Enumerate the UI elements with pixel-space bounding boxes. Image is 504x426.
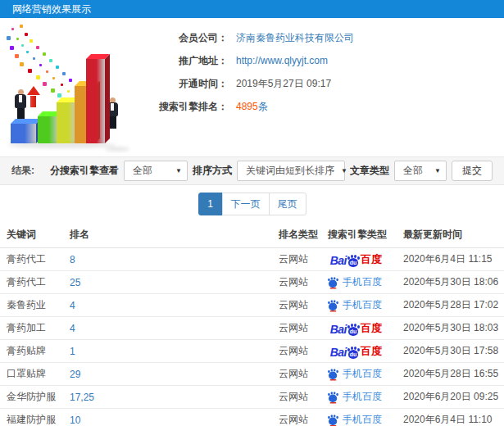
rank-cell: 4: [63, 294, 272, 317]
baidu-paw-icon: [328, 415, 338, 425]
confetti-dot: [16, 38, 19, 40]
col-header-rank: 排名: [63, 222, 272, 248]
open-time-label: 开通时间：: [146, 77, 228, 91]
rank-link[interactable]: 4: [70, 300, 75, 311]
company-label: 会员公司：: [146, 31, 228, 45]
result-label: 结果:: [11, 164, 34, 178]
rank-type-cell: 云网站: [272, 248, 321, 271]
confetti-dot: [51, 88, 55, 93]
engine-type-cell: 手机百度: [321, 363, 397, 386]
article-type-label: 文章类型: [350, 164, 389, 178]
table-row: 福建防护服10云网站手机百度2020年6月4日 11:10: [0, 409, 504, 426]
company-link[interactable]: 济南秦鲁药业科技有限公司: [236, 31, 354, 45]
rank-link[interactable]: 17,25: [70, 392, 94, 403]
member-info-panel: 会员公司： 济南秦鲁药业科技有限公司 推广地址： http://www.qlyy…: [0, 18, 504, 156]
baidu-mobile-badge: 手机百度: [326, 367, 382, 381]
info-row-company: 会员公司： 济南秦鲁药业科技有限公司: [146, 26, 504, 49]
promo-url-label: 推广地址：: [146, 54, 228, 68]
info-row-open-time: 开通时间： 2019年5月27日 09:17: [146, 72, 504, 95]
engine-filter-select[interactable]: 全部 ▼: [124, 161, 188, 181]
updated-time-cell: 2020年5月30日 17:58: [397, 340, 504, 363]
confetti-dot: [15, 54, 19, 58]
sort-filter-select[interactable]: 关键词由短到长排序 ▼: [237, 161, 345, 181]
table-row: 膏药代工25云网站手机百度2020年5月30日 18:06: [0, 271, 504, 294]
engine-type-cell: Baidu百度: [321, 340, 397, 363]
table-body: 膏药代工8云网站Baidu百度2020年6月4日 11:15膏药代工25云网站手…: [0, 248, 504, 426]
rank-cell: 29: [63, 363, 272, 386]
chart-bar: [86, 59, 105, 143]
keyword-ranking-table: 关键词 排名 排名类型 搜索引擎类型 最新更新时间 膏药代工8云网站Baidu百…: [0, 222, 504, 426]
rank-link[interactable]: 29: [70, 369, 80, 380]
table-row: 秦鲁药业4云网站手机百度2020年5月28日 17:02: [0, 294, 504, 317]
engine-type-cell: 手机百度: [321, 386, 397, 409]
table-row: 膏药贴牌1云网站Baidu百度2020年5月30日 17:58: [0, 340, 504, 363]
col-header-engine-type: 搜索引擎类型: [321, 222, 397, 248]
article-type-value: 全部: [403, 164, 428, 178]
submit-button[interactable]: 提交: [452, 161, 493, 181]
confetti-dot: [69, 79, 72, 82]
rank-type-cell: 云网站: [272, 409, 321, 426]
rank-count-value: 4895条: [236, 100, 268, 114]
keyword-cell: 金华防护服: [0, 386, 63, 409]
table-row: 口罩贴牌29云网站手机百度2020年5月28日 16:55: [0, 363, 504, 386]
chart-bar: [38, 116, 58, 143]
keyword-cell: 膏药代工: [0, 271, 63, 294]
col-header-rank-type: 排名类型: [272, 222, 321, 248]
confetti-dot: [56, 66, 59, 69]
confetti-dot: [20, 62, 24, 66]
rank-count-suffix: 条: [258, 101, 268, 112]
engine-type-cell: Baidu百度: [321, 248, 397, 271]
confetti-dot: [28, 69, 32, 73]
confetti-dot: [52, 77, 55, 79]
rank-link[interactable]: 25: [70, 277, 80, 288]
last-page-button[interactable]: 尾页: [269, 193, 306, 215]
baidu-paw-icon: du: [347, 347, 360, 359]
rank-count-number: 4895: [236, 101, 258, 112]
rank-link[interactable]: 8: [70, 254, 75, 265]
rank-link[interactable]: 4: [70, 323, 75, 334]
engine-type-cell: 手机百度: [321, 294, 397, 317]
table-row: 金华防护服17,25云网站手机百度2020年6月20日 09:25: [0, 386, 504, 409]
bar-chart-illustration: [0, 18, 146, 156]
info-row-url: 推广地址： http://www.qlyyjt.com: [146, 49, 504, 72]
table-row: 膏药加工4云网站Baidu百度2020年5月30日 18:03: [0, 317, 504, 340]
rank-type-cell: 云网站: [272, 317, 321, 340]
col-header-keyword: 关键词: [0, 222, 63, 248]
rank-link[interactable]: 10: [70, 415, 80, 426]
keyword-cell: 口罩贴牌: [0, 363, 63, 386]
page-title: 网络营销效果展示: [12, 3, 91, 15]
engine-filter-value: 全部: [133, 164, 169, 178]
chevron-down-icon: ▼: [341, 167, 347, 174]
promo-url-link[interactable]: http://www.qlyyjt.com: [236, 55, 328, 66]
businessman-left-figure: [15, 89, 26, 120]
rank-cell: 10: [63, 409, 272, 426]
baidu-paw-icon: du: [347, 324, 360, 336]
engine-type-cell: 手机百度: [321, 271, 397, 294]
article-type-select[interactable]: 全部 ▼: [394, 161, 447, 181]
info-row-rank-count: 搜索引擎排名： 4895条: [146, 95, 504, 118]
confetti-dot: [62, 72, 66, 75]
baidu-pc-logo: Baidu百度: [330, 252, 382, 267]
next-page-button[interactable]: 下一页: [222, 193, 270, 215]
confetti-dot: [36, 75, 40, 79]
rank-cell: 25: [63, 271, 272, 294]
pagination-band: 1 下一页 尾页: [0, 185, 504, 222]
filter-controls: 分搜索引擎查看 全部 ▼ 排序方式 关键词由短到长排序 ▼ 文章类型 全部 ▼ …: [50, 161, 493, 181]
page-button-1[interactable]: 1: [198, 193, 223, 215]
filter-bar: 结果: 分搜索引擎查看 全部 ▼ 排序方式 关键词由短到长排序 ▼ 文章类型 全…: [0, 156, 504, 185]
rank-link[interactable]: 1: [70, 346, 75, 357]
updated-time-cell: 2020年6月20日 09:25: [397, 386, 504, 409]
rank-type-cell: 云网站: [272, 363, 321, 386]
baidu-paw-icon: [328, 392, 338, 402]
confetti-dot: [20, 25, 23, 28]
table-row: 膏药代工8云网站Baidu百度2020年6月4日 11:15: [0, 248, 504, 271]
open-time-value: 2019年5月27日 09:17: [236, 77, 331, 91]
rank-cell: 17,25: [63, 386, 272, 409]
updated-time-cell: 2020年5月30日 18:03: [397, 317, 504, 340]
baidu-paw-icon: [328, 300, 338, 310]
confetti-dot: [26, 51, 29, 53]
baidu-mobile-badge: 手机百度: [326, 275, 382, 289]
chevron-down-icon: ▼: [175, 167, 182, 174]
confetti-dot: [43, 82, 47, 86]
engine-filter-label: 分搜索引擎查看: [50, 164, 119, 178]
